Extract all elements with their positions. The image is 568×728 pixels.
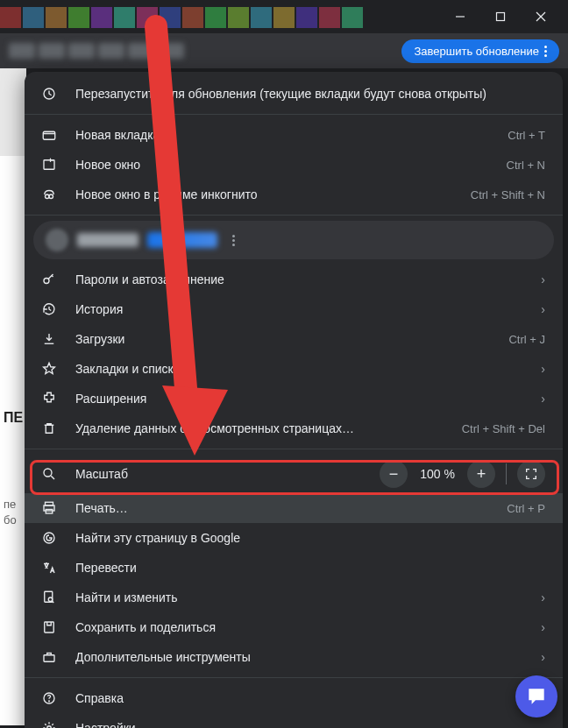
menu-shortcut: Ctrl + T — [508, 129, 545, 142]
chat-bubble-button[interactable] — [515, 675, 557, 717]
menu-label: Расширения — [75, 392, 534, 406]
menu-dots-icon — [544, 46, 547, 57]
page-text: ПЕ — [4, 410, 23, 426]
avatar — [46, 229, 68, 251]
menu-label: Масштаб — [75, 467, 380, 481]
menu-item-new-tab[interactable]: Новая вкладка Ctrl + T — [25, 120, 563, 150]
menu-label: Новое окно в режиме инкогнито — [75, 187, 471, 201]
menu-item-more-tools[interactable]: Дополнительные инструменты › — [25, 642, 563, 672]
update-label: Завершить обновление — [414, 45, 539, 58]
profile-row[interactable] — [33, 221, 554, 259]
menu-item-save-share[interactable]: Сохранить и поделиться › — [25, 612, 563, 642]
key-icon — [40, 271, 58, 288]
svg-rect-5 — [43, 131, 55, 139]
address-area-blurred — [9, 39, 393, 63]
menu-item-find-google[interactable]: Найти эту страницу в Google — [25, 523, 563, 553]
menu-label: История — [75, 302, 534, 316]
menu-item-translate[interactable]: Перевести — [25, 553, 563, 583]
profile-name-blurred — [77, 233, 138, 247]
menu-label: Настройки — [75, 721, 545, 728]
chevron-right-icon: › — [541, 302, 545, 316]
zoom-value: 100 % — [411, 467, 464, 481]
menu-label: Новое окно — [75, 158, 507, 172]
refresh-icon — [40, 85, 58, 102]
search-doc-icon — [40, 589, 58, 606]
translate-icon — [40, 559, 58, 576]
svg-rect-17 — [45, 622, 54, 633]
menu-item-downloads[interactable]: Загрузки Ctrl + J — [25, 324, 563, 354]
menu-shortcut: Ctrl + Shift + N — [471, 188, 545, 201]
menu-item-find-edit[interactable]: Найти и изменить › — [25, 583, 563, 612]
menu-item-extensions[interactable]: Расширения › — [25, 384, 563, 413]
save-icon — [40, 618, 58, 636]
extension-icon — [40, 390, 58, 407]
menu-label: Печать… — [75, 501, 507, 515]
menu-item-print[interactable]: Печать… Ctrl + P — [25, 493, 563, 523]
menu-shortcut: Ctrl + P — [507, 502, 545, 515]
page-text: бо — [4, 513, 17, 527]
menu-item-restart-update[interactable]: Перезапустите для обновления (текущие вк… — [25, 79, 563, 109]
toolbox-icon — [40, 648, 58, 666]
tab-icon — [40, 126, 58, 144]
download-icon — [40, 330, 58, 348]
print-icon — [40, 499, 58, 517]
menu-item-clear-data[interactable]: Удаление данных о просмотренных страница… — [25, 413, 563, 443]
menu-separator — [25, 449, 563, 449]
profile-menu-icon[interactable] — [226, 233, 240, 247]
zoom-out-button[interactable]: − — [380, 460, 408, 488]
page-text: пе — [4, 498, 16, 511]
svg-rect-13 — [46, 510, 53, 514]
star-icon — [40, 360, 58, 378]
svg-rect-6 — [44, 160, 54, 170]
minimize-button[interactable] — [440, 3, 480, 31]
menu-item-new-window[interactable]: Новое окно Ctrl + N — [25, 150, 563, 180]
svg-point-10 — [44, 469, 52, 477]
menu-item-settings[interactable]: Настройки — [25, 713, 563, 728]
trash-icon — [40, 420, 58, 437]
menu-item-zoom: Масштаб − 100 % + — [25, 455, 563, 493]
menu-separator — [25, 114, 563, 115]
fullscreen-button[interactable] — [517, 460, 545, 488]
menu-label: Закладки и списки — [75, 362, 534, 376]
help-icon — [40, 689, 58, 707]
incognito-icon — [40, 186, 58, 203]
chevron-right-icon: › — [541, 620, 545, 634]
browser-toolbar: Завершить обновление — [0, 33, 568, 68]
menu-separator — [25, 677, 563, 678]
menu-shortcut: Ctrl + N — [507, 159, 545, 172]
menu-separator — [25, 215, 563, 216]
close-button[interactable] — [521, 3, 561, 31]
window-icon — [40, 156, 58, 173]
menu-label: Найти и изменить — [75, 590, 534, 604]
svg-rect-18 — [44, 655, 54, 662]
menu-label: Пароли и автозаполнение — [75, 272, 534, 286]
chevron-right-icon: › — [541, 590, 545, 604]
chevron-right-icon: › — [541, 362, 545, 376]
svg-point-20 — [49, 701, 50, 702]
menu-label: Сохранить и поделиться — [75, 620, 534, 634]
maximize-button[interactable] — [480, 3, 521, 31]
history-icon — [40, 300, 58, 318]
menu-label: Загрузки — [75, 332, 508, 346]
window-titlebar — [0, 0, 568, 33]
finish-update-button[interactable]: Завершить обновление — [401, 39, 559, 63]
menu-label: Перезапустите для обновления (текущие вк… — [75, 87, 545, 101]
zoom-divider — [506, 463, 507, 484]
menu-item-history[interactable]: История › — [25, 294, 563, 324]
menu-label: Справка — [75, 691, 534, 705]
google-icon — [40, 529, 58, 547]
menu-label: Дополнительные инструменты — [75, 650, 534, 664]
menu-shortcut: Ctrl + Shift + Del — [462, 422, 545, 435]
menu-label: Перевести — [75, 561, 545, 575]
zoom-in-button[interactable]: + — [467, 460, 495, 488]
menu-item-incognito[interactable]: Новое окно в режиме инкогнито Ctrl + Shi… — [25, 180, 563, 209]
menu-label: Удаление данных о просмотренных страница… — [75, 421, 462, 435]
chevron-right-icon: › — [541, 392, 545, 406]
svg-point-8 — [49, 194, 53, 199]
menu-item-passwords[interactable]: Пароли и автозаполнение › — [25, 265, 563, 294]
menu-label: Найти эту страницу в Google — [75, 531, 545, 545]
main-menu: Перезапустите для обновления (текущие вк… — [25, 72, 563, 728]
tab-strip — [0, 0, 421, 33]
menu-item-help[interactable]: Справка › — [25, 683, 563, 713]
menu-item-bookmarks[interactable]: Закладки и списки › — [25, 354, 563, 384]
